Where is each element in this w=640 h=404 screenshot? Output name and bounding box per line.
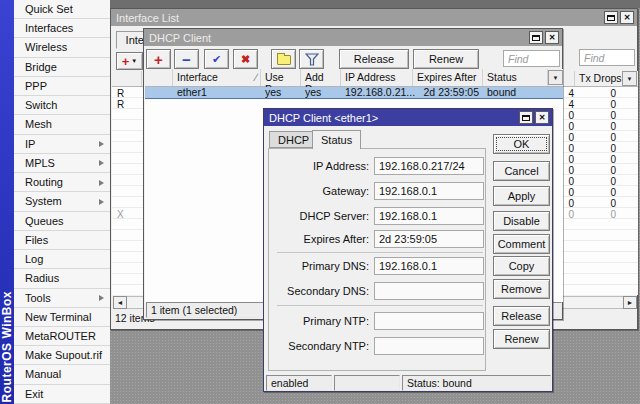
sidebar-menu: Quick Set Interfaces Wireless Bridge PPP… [14, 0, 110, 404]
find-input[interactable] [579, 49, 635, 66]
brand-text: RouterOS WinBox [0, 291, 14, 402]
tab-dhcp[interactable]: DHCP [269, 131, 318, 148]
close-icon: ✕ [624, 14, 631, 22]
expires-after-field[interactable]: 2d 23:59:05 [374, 230, 484, 248]
find-input[interactable] [503, 50, 560, 67]
flag-column-header[interactable] [145, 69, 173, 86]
chevron-down-icon: ▼ [627, 76, 633, 82]
interface-list-titlebar[interactable]: Interface List [111, 9, 637, 26]
add-interface-button[interactable]: + ▼ [116, 52, 143, 70]
button-label: Cancel [504, 165, 538, 177]
sidebar-item-files[interactable]: Files [14, 231, 110, 250]
column-select-button[interactable]: ▼ [622, 71, 637, 86]
sidebar-item-exit[interactable]: Exit [14, 385, 110, 404]
filter-button[interactable] [299, 49, 324, 69]
sidebar-item-quick-set[interactable]: Quick Set [14, 0, 110, 19]
column-select-button[interactable]: ▼ [548, 70, 563, 85]
sidebar-item-metarouter[interactable]: MetaROUTER [14, 327, 110, 346]
use-peer-dns-column-header[interactable]: Use P... [261, 69, 301, 86]
comment-button[interactable]: Comment [493, 234, 550, 254]
cancel-button[interactable]: Cancel [493, 161, 550, 181]
sidebar-item-log[interactable]: Log [14, 250, 110, 269]
renew-button[interactable]: Renew [413, 49, 479, 69]
copy-button[interactable]: Copy [493, 256, 550, 276]
disable-button[interactable]: ✖ [233, 49, 258, 69]
close-button[interactable]: ✕ [620, 11, 634, 24]
button-label: Remove [501, 283, 542, 295]
dialog-titlebar[interactable]: DHCP Client <ether1> [264, 109, 552, 126]
remove-icon: − [182, 52, 191, 67]
window-title: Interface List [116, 12, 179, 24]
scroll-left-button[interactable]: ◄ [113, 296, 127, 309]
field-row: Expires After:2d 23:59:05 [277, 230, 485, 248]
field-label: Expires After: [277, 230, 369, 248]
button-label: OK [514, 138, 530, 150]
disable-button[interactable]: Disable [493, 211, 550, 231]
flag-column-header[interactable] [112, 71, 142, 86]
scroll-right-button[interactable]: ► [623, 296, 637, 309]
primary-dns-field[interactable]: 192.168.0.1 [374, 257, 484, 275]
release-button[interactable]: Release [493, 306, 550, 326]
maximize-button[interactable] [529, 31, 543, 44]
interface-column-header[interactable]: Interface∕ [173, 69, 261, 86]
sidebar-item-bridge[interactable]: Bridge [14, 58, 110, 77]
sidebar-item-interfaces[interactable]: Interfaces [14, 19, 110, 38]
sidebar-item-manual[interactable]: Manual [14, 365, 110, 384]
window-title: DHCP Client <ether1> [269, 112, 378, 124]
primary-ntp-field[interactable] [374, 312, 484, 330]
sidebar-item-new-terminal[interactable]: New Terminal [14, 308, 110, 327]
ok-button[interactable]: OK [493, 134, 550, 154]
gateway-field[interactable]: 192.168.0.1 [374, 182, 484, 200]
comment-button[interactable] [271, 49, 296, 69]
maximize-button[interactable] [519, 111, 533, 124]
sidebar-item-mesh[interactable]: Mesh [14, 115, 110, 134]
sidebar-item-switch[interactable]: Switch [14, 96, 110, 115]
sidebar-item-wireless[interactable]: Wireless [14, 38, 110, 57]
table-row-selected[interactable]: ether1 yes yes 192.168.0.21... 2d 23:59:… [145, 87, 563, 99]
x-icon: ✖ [241, 54, 250, 65]
expires-after-column-header[interactable]: Expires After [413, 69, 483, 86]
sidebar-item-tools[interactable]: Tools [14, 289, 110, 308]
sidebar-item-ppp[interactable]: PPP [14, 77, 110, 96]
sidebar-item-label: Quick Set [25, 3, 73, 15]
close-button[interactable]: ✕ [545, 31, 559, 44]
sidebar-item-label: Tools [25, 292, 51, 304]
ip-address-field[interactable]: 192.168.0.217/24 [374, 157, 484, 175]
dhcp-table-header[interactable]: Interface∕ Use P... Add D... IP Address … [145, 69, 563, 87]
tab-status[interactable]: Status [312, 130, 361, 149]
remove-button[interactable]: Remove [493, 279, 550, 299]
sidebar-item-label: Exit [25, 388, 43, 400]
sidebar-item-make-supout[interactable]: Make Supout.rif [14, 346, 110, 365]
dhcp-client-ether1-dialog: DHCP Client <ether1> ✕ DHCP Status IP Ad… [263, 108, 553, 392]
add-default-route-column-header[interactable]: Add D... [301, 69, 341, 86]
tab-label: Status [321, 134, 352, 146]
close-button[interactable]: ✕ [535, 111, 549, 124]
secondary-dns-field[interactable] [374, 282, 484, 300]
sidebar-item-system[interactable]: System [14, 192, 110, 211]
enable-button[interactable]: ✔ [204, 49, 229, 69]
maximize-icon [607, 15, 615, 21]
dhcp-client-titlebar[interactable]: DHCP Client [144, 29, 562, 46]
release-button[interactable]: Release [339, 49, 409, 69]
add-button[interactable]: + [146, 49, 171, 69]
sidebar-item-mpls[interactable]: MPLS [14, 154, 110, 173]
status-column-header[interactable]: Status [483, 69, 548, 86]
button-label: Copy [509, 260, 535, 272]
ip-address-column-header[interactable]: IP Address [341, 69, 413, 86]
app-window-edge [110, 0, 640, 8]
maximize-button[interactable] [604, 11, 618, 24]
sidebar-item-ip[interactable]: IP [14, 135, 110, 154]
secondary-ntp-field[interactable] [374, 337, 484, 355]
brand-strip: RouterOS WinBox [0, 0, 14, 404]
sidebar-item-radius[interactable]: Radius [14, 269, 110, 288]
renew-button[interactable]: Renew [493, 329, 550, 349]
sidebar-item-routing[interactable]: Routing [14, 173, 110, 192]
sidebar-item-label: Make Supout.rif [25, 349, 102, 361]
dhcp-server-field[interactable]: 192.168.0.1 [374, 207, 484, 225]
remove-button[interactable]: − [174, 49, 199, 69]
field-row: Gateway:192.168.0.1 [277, 182, 485, 200]
tx-drops-column-header[interactable]: Tx Drops [579, 72, 622, 84]
button-label: Renew [429, 53, 463, 65]
sidebar-item-queues[interactable]: Queues [14, 212, 110, 231]
apply-button[interactable]: Apply [493, 186, 550, 206]
